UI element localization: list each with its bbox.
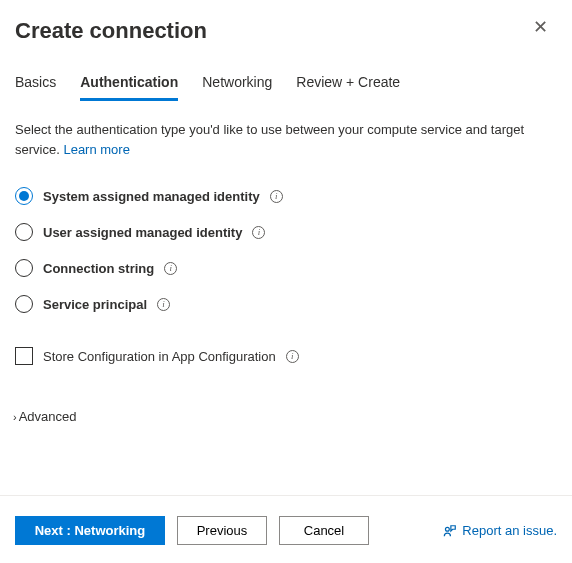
- cancel-button[interactable]: Cancel: [279, 516, 369, 545]
- report-issue-link[interactable]: Report an issue.: [443, 523, 557, 538]
- svg-point-0: [446, 527, 450, 531]
- auth-options: System assigned managed identity i User …: [0, 159, 572, 313]
- footer: Next : Networking Previous Cancel Report…: [0, 495, 572, 563]
- report-issue-label: Report an issue.: [462, 523, 557, 538]
- radio-connection-string[interactable]: [15, 259, 33, 277]
- option-user-identity[interactable]: User assigned managed identity i: [15, 223, 557, 241]
- radio-system-identity[interactable]: [15, 187, 33, 205]
- option-label: System assigned managed identity: [43, 189, 260, 204]
- store-config-label: Store Configuration in App Configuration: [43, 349, 276, 364]
- radio-service-principal[interactable]: [15, 295, 33, 313]
- next-button[interactable]: Next : Networking: [15, 516, 165, 545]
- learn-more-link[interactable]: Learn more: [63, 142, 129, 157]
- store-config-checkbox[interactable]: [15, 347, 33, 365]
- tab-bar: Basics Authentication Networking Review …: [0, 44, 572, 102]
- close-button[interactable]: ✕: [529, 18, 552, 36]
- tab-authentication[interactable]: Authentication: [80, 74, 178, 101]
- tab-review-create[interactable]: Review + Create: [296, 74, 400, 101]
- info-icon[interactable]: i: [164, 262, 177, 275]
- option-label: User assigned managed identity: [43, 225, 242, 240]
- previous-button[interactable]: Previous: [177, 516, 267, 545]
- info-icon[interactable]: i: [270, 190, 283, 203]
- option-connection-string[interactable]: Connection string i: [15, 259, 557, 277]
- store-config-row[interactable]: Store Configuration in App Configuration…: [0, 331, 572, 365]
- option-system-identity[interactable]: System assigned managed identity i: [15, 187, 557, 205]
- option-service-principal[interactable]: Service principal i: [15, 295, 557, 313]
- chevron-right-icon: ›: [13, 411, 17, 423]
- close-icon: ✕: [533, 17, 548, 37]
- page-title: Create connection: [15, 18, 207, 44]
- option-label: Service principal: [43, 297, 147, 312]
- option-label: Connection string: [43, 261, 154, 276]
- info-icon[interactable]: i: [286, 350, 299, 363]
- advanced-label: Advanced: [19, 409, 77, 424]
- description-text: Select the authentication type you'd lik…: [0, 102, 572, 159]
- tab-networking[interactable]: Networking: [202, 74, 272, 101]
- radio-user-identity[interactable]: [15, 223, 33, 241]
- info-icon[interactable]: i: [157, 298, 170, 311]
- info-icon[interactable]: i: [252, 226, 265, 239]
- advanced-toggle[interactable]: › Advanced: [0, 365, 572, 424]
- tab-basics[interactable]: Basics: [15, 74, 56, 101]
- person-feedback-icon: [443, 524, 457, 538]
